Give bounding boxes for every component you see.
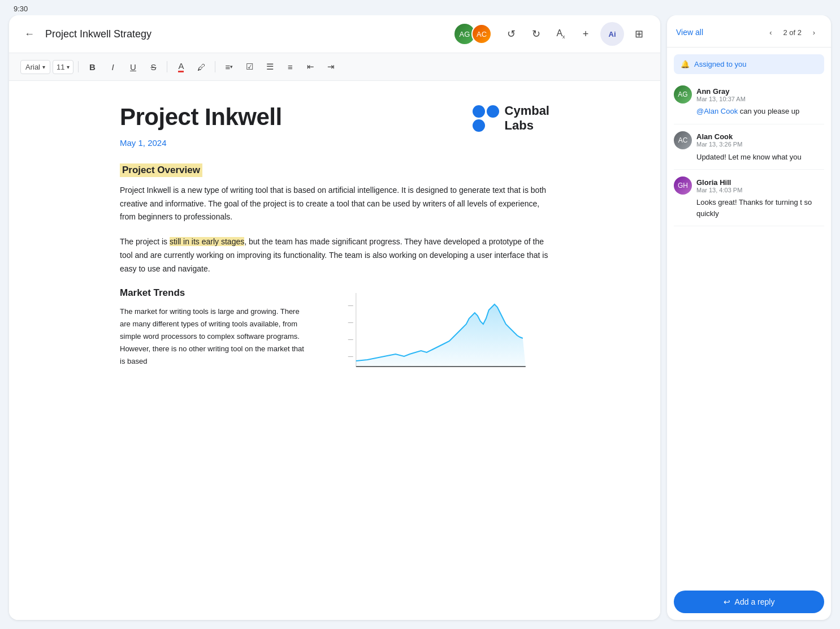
comment-avatar: GH xyxy=(674,176,692,195)
checklist-button[interactable]: ☑ xyxy=(240,58,258,76)
comment-avatar-initials: AG xyxy=(678,91,687,98)
strikethrough-icon: S xyxy=(150,62,156,72)
italic-icon: I xyxy=(111,62,114,72)
comment-name: Ann Gray xyxy=(696,87,746,96)
comment-avatar-initials: AC xyxy=(678,136,688,144)
add-button[interactable]: + xyxy=(575,24,596,44)
grid-button[interactable]: ⊞ xyxy=(629,24,649,44)
comment-author-row: AC Alan Cook Mar 13, 3:26 PM xyxy=(674,131,824,149)
document-title: Project Inkwell Strategy xyxy=(45,28,448,40)
comments-list: AG Ann Gray Mar 13, 10:37 AM @Alan Cook … xyxy=(667,79,831,584)
section1-heading: Project Overview xyxy=(120,163,202,177)
toolbar-divider-1 xyxy=(78,61,79,72)
grid-icon: ⊞ xyxy=(635,28,643,40)
market-chart: — — — — xyxy=(321,287,549,378)
font-color-button[interactable]: A xyxy=(172,58,190,76)
comment-name: Gloria Hill xyxy=(696,178,742,187)
header-actions: AG AC ↺ ↻ Ax xyxy=(454,22,649,46)
numbered-list-icon: ≡ xyxy=(288,62,293,72)
font-size-value: 11 xyxy=(57,63,64,71)
comment-meta: Ann Gray Mar 13, 10:37 AM xyxy=(696,87,746,102)
underline-button[interactable]: U xyxy=(124,58,142,76)
comment-body: can you please up xyxy=(738,107,799,115)
comment-avatar: AG xyxy=(674,85,692,104)
doc-header: ← Project Inkwell Strategy AG AC ↺ xyxy=(9,15,660,53)
text-size-button[interactable]: Ax xyxy=(551,24,571,44)
dot-1 xyxy=(473,105,485,118)
paragraph-2: The project is still in its early stages… xyxy=(120,235,549,275)
undo-button[interactable]: ↺ xyxy=(501,24,521,44)
svg-text:—: — xyxy=(348,337,353,342)
avatar-user2-initials: AC xyxy=(477,30,487,38)
avatar-user1-initials: AG xyxy=(460,30,470,38)
document-content: Project Inkwell xyxy=(120,104,549,379)
paragraph-3: The market for writing tools is large an… xyxy=(120,305,310,368)
avatar-user2[interactable]: AC xyxy=(471,24,492,44)
comment-text: Updated! Let me know what you xyxy=(674,152,824,163)
cymbal-logo: Cymbal Labs xyxy=(473,104,549,133)
bold-icon: B xyxy=(89,62,96,72)
view-all-link[interactable]: View all xyxy=(676,28,703,37)
bold-button[interactable]: B xyxy=(83,58,101,76)
assigned-banner: 🔔 Assigned to you xyxy=(674,54,824,74)
mention: @Alan Cook xyxy=(696,107,738,115)
indent-increase-button[interactable]: ⇥ xyxy=(322,58,340,76)
pagination-text: 2 of 2 xyxy=(783,28,802,37)
redo-button[interactable]: ↻ xyxy=(526,24,546,44)
svg-text:—: — xyxy=(348,303,353,308)
document-main-title: Project Inkwell xyxy=(120,104,282,131)
market-text: Market Trends The market for writing too… xyxy=(120,287,310,379)
indent-decrease-icon: ⇤ xyxy=(307,62,314,72)
market-section: Market Trends The market for writing too… xyxy=(120,287,549,379)
app-shell: 9:30 ← Project Inkwell Strategy AG xyxy=(0,0,840,629)
text-size-icon: Ax xyxy=(556,28,565,40)
comment-item: GH Gloria Hill Mar 13, 4:03 PM Looks gre… xyxy=(674,170,824,226)
comment-avatar: AC xyxy=(674,131,692,149)
paragraph-2-part1: The project is xyxy=(120,237,170,246)
dot-row-bottom xyxy=(473,119,499,132)
ai-button[interactable]: Ai xyxy=(600,22,624,46)
ai-label: Ai xyxy=(609,30,616,38)
font-family-selector[interactable]: Arial ▾ xyxy=(20,60,50,74)
strikethrough-button[interactable]: S xyxy=(144,58,162,76)
highlight-button[interactable]: 🖊 xyxy=(192,58,210,76)
align-icon: ≡ xyxy=(226,62,231,72)
add-icon: + xyxy=(583,28,589,40)
comment-time: Mar 13, 10:37 AM xyxy=(696,96,746,102)
add-reply-button[interactable]: ↩ Add a reply xyxy=(674,591,824,613)
comment-text: Looks great! Thanks for turning t so qui… xyxy=(674,197,824,219)
font-size-selector[interactable]: 11 ▾ xyxy=(53,60,73,74)
section2-heading: Market Trends xyxy=(120,287,310,299)
comment-time: Mar 13, 4:03 PM xyxy=(696,187,742,193)
comment-meta: Alan Cook Mar 13, 3:26 PM xyxy=(696,132,742,148)
font-size-chevron-icon: ▾ xyxy=(67,64,70,70)
comment-text: @Alan Cook can you please up xyxy=(674,106,824,117)
font-family-chevron-icon: ▾ xyxy=(42,64,45,70)
comment-item: AG Ann Gray Mar 13, 10:37 AM @Alan Cook … xyxy=(674,79,824,124)
prev-page-button[interactable]: ‹ xyxy=(763,24,778,40)
document-panel: ← Project Inkwell Strategy AG AC ↺ xyxy=(9,15,660,620)
add-reply-label: Add a reply xyxy=(735,597,775,606)
italic-button[interactable]: I xyxy=(103,58,122,76)
next-page-button[interactable]: › xyxy=(806,24,822,40)
bullet-list-button[interactable]: ☰ xyxy=(261,58,279,76)
assigned-icon: 🔔 xyxy=(681,60,690,68)
align-button[interactable]: ≡ ▾ xyxy=(220,58,238,76)
svg-text:—: — xyxy=(348,320,353,325)
comment-name: Alan Cook xyxy=(696,132,742,141)
comment-item: AC Alan Cook Mar 13, 3:26 PM Updated! Le… xyxy=(674,124,824,170)
cymbal-text-line2: Labs xyxy=(505,118,549,133)
comment-avatar-initials: GH xyxy=(678,182,688,189)
numbered-list-button[interactable]: ≡ xyxy=(281,58,299,76)
undo-icon: ↺ xyxy=(507,28,516,40)
chart-svg: — — — — xyxy=(321,287,549,378)
assigned-text: Assigned to you xyxy=(694,60,747,68)
cymbal-text-line1: Cymbal xyxy=(505,104,549,118)
dot-row-top xyxy=(473,105,499,118)
comment-author-row: AG Ann Gray Mar 13, 10:37 AM xyxy=(674,85,824,104)
time-display: 9:30 xyxy=(14,5,28,13)
toolbar: Arial ▾ 11 ▾ B I U S xyxy=(9,53,660,81)
indent-decrease-button[interactable]: ⇤ xyxy=(301,58,319,76)
document-body[interactable]: Project Inkwell xyxy=(9,81,660,620)
back-button[interactable]: ← xyxy=(20,25,38,43)
